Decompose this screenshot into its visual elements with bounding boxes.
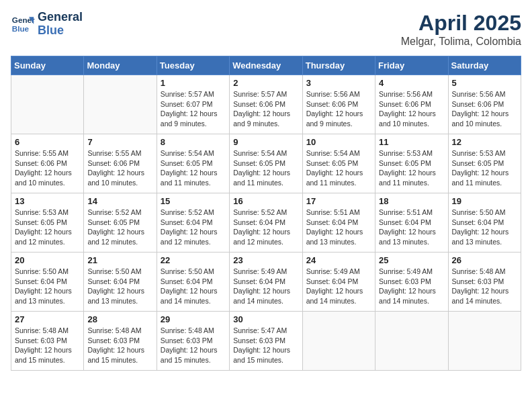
day-info: Sunrise: 5:52 AM Sunset: 6:05 PM Dayligh… [87,208,152,247]
day-number: 23 [233,255,298,265]
day-info: Sunrise: 5:52 AM Sunset: 6:04 PM Dayligh… [233,208,298,247]
week-row-1: 1Sunrise: 5:57 AM Sunset: 6:07 PM Daylig… [11,75,521,134]
calendar-cell: 30Sunrise: 5:47 AM Sunset: 6:03 PM Dayli… [230,312,302,371]
calendar-cell [11,75,84,134]
day-info: Sunrise: 5:53 AM Sunset: 6:05 PM Dayligh… [15,208,80,247]
calendar-cell: 20Sunrise: 5:50 AM Sunset: 6:04 PM Dayli… [11,253,84,312]
day-number: 11 [379,137,444,147]
day-info: Sunrise: 5:48 AM Sunset: 6:03 PM Dayligh… [452,267,517,306]
day-info: Sunrise: 5:51 AM Sunset: 6:04 PM Dayligh… [306,208,371,247]
day-info: Sunrise: 5:56 AM Sunset: 6:06 PM Dayligh… [306,89,371,129]
day-header-thursday: Thursday [302,56,375,75]
day-header-sunday: Sunday [11,56,84,75]
calendar-cell: 24Sunrise: 5:49 AM Sunset: 6:04 PM Dayli… [302,253,375,312]
calendar-cell: 15Sunrise: 5:52 AM Sunset: 6:04 PM Dayli… [157,193,229,253]
calendar-cell [448,312,521,371]
calendar-cell: 26Sunrise: 5:48 AM Sunset: 6:03 PM Dayli… [448,253,521,312]
calendar-cell: 16Sunrise: 5:52 AM Sunset: 6:04 PM Dayli… [230,193,302,253]
svg-text:Blue: Blue [12,24,30,33]
calendar-cell: 10Sunrise: 5:54 AM Sunset: 6:05 PM Dayli… [302,134,375,193]
day-number: 30 [233,314,298,324]
day-info: Sunrise: 5:48 AM Sunset: 6:03 PM Dayligh… [15,326,80,365]
logo-icon: General Blue [11,12,35,36]
week-row-4: 20Sunrise: 5:50 AM Sunset: 6:04 PM Dayli… [11,253,521,312]
calendar-cell: 3Sunrise: 5:56 AM Sunset: 6:06 PM Daylig… [302,75,375,134]
day-number: 4 [379,78,444,88]
day-info: Sunrise: 5:53 AM Sunset: 6:05 PM Dayligh… [452,148,517,188]
day-number: 13 [15,196,80,206]
month-title: April 2025 [401,11,521,36]
day-number: 2 [233,78,298,88]
day-number: 16 [233,196,298,206]
calendar-cell: 13Sunrise: 5:53 AM Sunset: 6:05 PM Dayli… [11,193,84,253]
calendar-table: SundayMondayTuesdayWednesdayThursdayFrid… [11,56,521,371]
day-number: 21 [87,255,152,265]
day-number: 28 [87,314,152,324]
day-number: 26 [452,255,517,265]
day-number: 9 [233,137,298,147]
logo-text-line1: General [38,11,83,24]
calendar-cell: 17Sunrise: 5:51 AM Sunset: 6:04 PM Dayli… [302,193,375,253]
day-info: Sunrise: 5:57 AM Sunset: 6:06 PM Dayligh… [233,89,298,129]
calendar-header-row: SundayMondayTuesdayWednesdayThursdayFrid… [11,56,521,75]
title-block: April 2025 Melgar, Tolima, Colombia [401,11,521,48]
day-number: 19 [452,196,517,206]
day-info: Sunrise: 5:54 AM Sunset: 6:05 PM Dayligh… [306,148,371,188]
day-number: 29 [161,314,226,324]
day-number: 8 [161,137,226,147]
day-info: Sunrise: 5:54 AM Sunset: 6:05 PM Dayligh… [233,148,298,188]
day-info: Sunrise: 5:52 AM Sunset: 6:04 PM Dayligh… [161,208,226,247]
day-info: Sunrise: 5:50 AM Sunset: 6:04 PM Dayligh… [452,208,517,247]
logo: General Blue General Blue [11,11,83,38]
day-info: Sunrise: 5:50 AM Sunset: 6:04 PM Dayligh… [161,267,226,306]
logo-text-line2: Blue [38,24,83,38]
day-number: 14 [87,196,152,206]
day-number: 18 [379,196,444,206]
calendar-cell: 4Sunrise: 5:56 AM Sunset: 6:06 PM Daylig… [375,75,448,134]
day-header-wednesday: Wednesday [230,56,302,75]
calendar-cell: 2Sunrise: 5:57 AM Sunset: 6:06 PM Daylig… [230,75,302,134]
day-number: 20 [15,255,80,265]
day-number: 25 [379,255,444,265]
day-info: Sunrise: 5:47 AM Sunset: 6:03 PM Dayligh… [233,326,298,365]
day-info: Sunrise: 5:48 AM Sunset: 6:03 PM Dayligh… [161,326,226,365]
day-header-friday: Friday [375,56,448,75]
calendar-cell: 12Sunrise: 5:53 AM Sunset: 6:05 PM Dayli… [448,134,521,193]
calendar-cell: 27Sunrise: 5:48 AM Sunset: 6:03 PM Dayli… [11,312,84,371]
calendar-cell: 28Sunrise: 5:48 AM Sunset: 6:03 PM Dayli… [84,312,157,371]
day-info: Sunrise: 5:51 AM Sunset: 6:04 PM Dayligh… [379,208,444,247]
calendar-cell [84,75,157,134]
day-number: 10 [306,137,371,147]
day-number: 7 [87,137,152,147]
calendar-cell: 23Sunrise: 5:49 AM Sunset: 6:04 PM Dayli… [230,253,302,312]
day-number: 15 [161,196,226,206]
day-number: 24 [306,255,371,265]
day-header-monday: Monday [84,56,157,75]
day-info: Sunrise: 5:50 AM Sunset: 6:04 PM Dayligh… [15,267,80,306]
day-number: 17 [306,196,371,206]
calendar-cell: 25Sunrise: 5:49 AM Sunset: 6:03 PM Dayli… [375,253,448,312]
day-info: Sunrise: 5:50 AM Sunset: 6:04 PM Dayligh… [87,267,152,306]
calendar-cell [375,312,448,371]
calendar-cell [302,312,375,371]
day-info: Sunrise: 5:49 AM Sunset: 6:03 PM Dayligh… [379,267,444,306]
calendar-cell: 5Sunrise: 5:56 AM Sunset: 6:06 PM Daylig… [448,75,521,134]
day-number: 22 [161,255,226,265]
day-info: Sunrise: 5:56 AM Sunset: 6:06 PM Dayligh… [452,89,517,129]
day-info: Sunrise: 5:54 AM Sunset: 6:05 PM Dayligh… [161,148,226,188]
day-info: Sunrise: 5:56 AM Sunset: 6:06 PM Dayligh… [379,89,444,129]
calendar-cell: 18Sunrise: 5:51 AM Sunset: 6:04 PM Dayli… [375,193,448,253]
page-header: General Blue General Blue April 2025 Mel… [11,11,521,48]
calendar-cell: 14Sunrise: 5:52 AM Sunset: 6:05 PM Dayli… [84,193,157,253]
calendar-cell: 6Sunrise: 5:55 AM Sunset: 6:06 PM Daylig… [11,134,84,193]
day-number: 1 [161,78,226,88]
calendar-cell: 7Sunrise: 5:55 AM Sunset: 6:06 PM Daylig… [84,134,157,193]
day-info: Sunrise: 5:55 AM Sunset: 6:06 PM Dayligh… [87,148,152,188]
calendar-cell: 9Sunrise: 5:54 AM Sunset: 6:05 PM Daylig… [230,134,302,193]
calendar-cell: 19Sunrise: 5:50 AM Sunset: 6:04 PM Dayli… [448,193,521,253]
day-info: Sunrise: 5:55 AM Sunset: 6:06 PM Dayligh… [15,148,80,188]
calendar-cell: 8Sunrise: 5:54 AM Sunset: 6:05 PM Daylig… [157,134,229,193]
day-number: 3 [306,78,371,88]
week-row-2: 6Sunrise: 5:55 AM Sunset: 6:06 PM Daylig… [11,134,521,193]
calendar-cell: 1Sunrise: 5:57 AM Sunset: 6:07 PM Daylig… [157,75,229,134]
